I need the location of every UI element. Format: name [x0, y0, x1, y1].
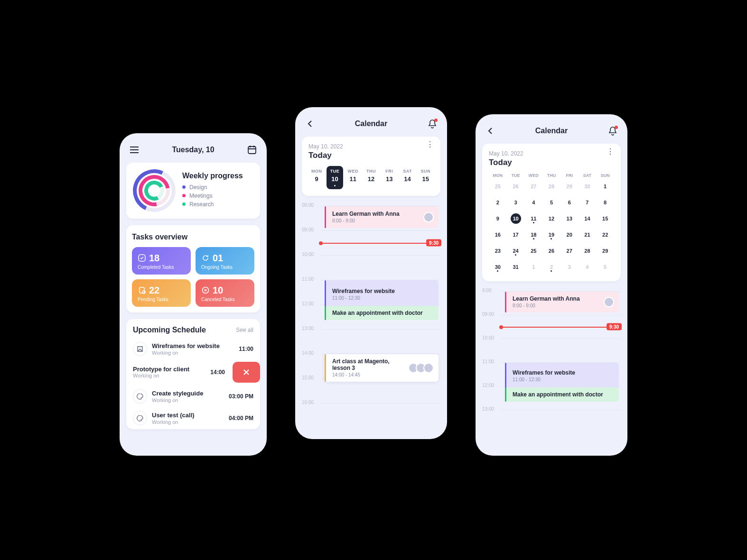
event-dot-icon: [533, 238, 534, 239]
avatar: [423, 212, 434, 222]
schedule-item[interactable]: Create styleguideWorking on03:00 PM: [133, 386, 253, 407]
month-day-cell[interactable]: 31: [507, 261, 525, 275]
bell-icon[interactable]: [426, 118, 439, 130]
month-day-number: 27: [531, 184, 536, 189]
schedule-item[interactable]: User test (call)Working on04:00 PM: [133, 407, 253, 429]
calendar-event[interactable]: Make an appointment with doctor: [505, 387, 619, 402]
month-day-cell[interactable]: 28: [579, 245, 597, 258]
month-day-cell[interactable]: 2: [542, 261, 560, 275]
month-day-cell[interactable]: 26: [542, 245, 560, 258]
calendar-event[interactable]: Wireframes for website11:00 - 12:30: [325, 280, 439, 309]
month-day-cell[interactable]: 24: [507, 245, 525, 258]
schedule-item[interactable]: Wireframes for websiteWorking on11:00: [133, 338, 253, 360]
week-dow: SUN: [421, 169, 431, 174]
month-day-cell[interactable]: 3: [507, 197, 525, 210]
weekly-progress-card[interactable]: Weekly progress DesignMeetingsResearch: [126, 163, 260, 219]
event-accent-bar: [505, 363, 506, 389]
week-day[interactable]: THU12: [363, 166, 379, 189]
month-day-number: 25: [531, 248, 536, 254]
month-day-cell[interactable]: 19: [542, 229, 560, 242]
legend-item: Meetings: [182, 193, 243, 199]
day-timeline[interactable]: 08:0009:0010:0011:0012:0013:0014:0015:00…: [302, 202, 440, 425]
month-day-cell[interactable]: 25: [489, 181, 507, 194]
month-day-cell[interactable]: 25: [524, 245, 542, 258]
tile-value: 22: [149, 285, 159, 296]
more-icon[interactable]: ⋮: [607, 150, 614, 153]
calendar-icon[interactable]: [246, 144, 258, 156]
month-day-cell[interactable]: 8: [596, 197, 614, 210]
week-day[interactable]: SAT14: [399, 166, 415, 189]
month-day-number: 17: [513, 232, 518, 238]
back-icon[interactable]: [304, 118, 316, 130]
calendar-event[interactable]: Make an appointment with doctor: [325, 306, 439, 320]
month-day-cell[interactable]: 14: [579, 213, 597, 226]
month-day-cell[interactable]: 4: [524, 197, 542, 210]
back-icon[interactable]: [484, 125, 496, 137]
month-day-cell[interactable]: 30: [579, 181, 597, 194]
event-accent-bar: [325, 354, 326, 382]
month-day-cell[interactable]: 29: [560, 181, 579, 194]
task-tile[interactable]: 18Completed Tasks: [132, 247, 191, 275]
month-day-cell[interactable]: 20: [560, 229, 579, 242]
month-day-cell[interactable]: 23: [489, 245, 507, 258]
week-day[interactable]: MON9: [308, 166, 325, 189]
calendar-event[interactable]: Art class at Magento, lesson 314:00 - 14…: [325, 354, 439, 382]
month-day-cell[interactable]: 28: [542, 181, 560, 194]
upcoming-title: Upcoming Schedule: [133, 326, 206, 334]
month-day-cell[interactable]: 1: [524, 261, 542, 275]
week-dow: THU: [366, 169, 376, 174]
calendar-event[interactable]: Wireframes for website11:00 - 12:30: [505, 363, 619, 389]
month-day-cell[interactable]: 29: [596, 245, 614, 258]
task-tile[interactable]: 10Canceled Tasks: [196, 279, 254, 307]
week-day[interactable]: FRI13: [381, 166, 397, 189]
task-tile[interactable]: 22Pending Tasks: [132, 279, 191, 307]
month-day-cell[interactable]: 17: [507, 229, 525, 242]
month-day-cell[interactable]: 5: [542, 197, 560, 210]
month-day-cell[interactable]: 6: [560, 197, 579, 210]
month-day-cell[interactable]: 15: [596, 213, 614, 226]
month-day-cell[interactable]: 5: [596, 261, 614, 275]
legend-item: Design: [182, 184, 243, 191]
task-tile[interactable]: 01Ongoing Tasks: [196, 247, 254, 275]
event-title: Make an appointment with doctor: [513, 391, 603, 398]
month-day-cell[interactable]: 3: [560, 261, 579, 275]
event-dot-icon: [551, 238, 552, 239]
event-dot-icon: [497, 270, 498, 272]
week-daynum: 15: [422, 175, 429, 183]
progress-rings-icon: [133, 169, 176, 212]
month-day-cell[interactable]: 2: [489, 197, 507, 210]
day-timeline[interactable]: 8:0009:0010:0011:0012:0013:009:30Learn G…: [482, 288, 621, 440]
week-day[interactable]: SUN15: [418, 166, 434, 189]
more-icon[interactable]: ⋮: [426, 143, 434, 146]
month-day-cell[interactable]: 11: [524, 213, 542, 226]
month-day-cell[interactable]: 21: [579, 229, 597, 242]
month-day-cell[interactable]: 7: [579, 197, 597, 210]
month-day-cell[interactable]: 10: [507, 213, 525, 226]
month-day-cell[interactable]: 27: [524, 181, 542, 194]
hour-label: 13:00: [482, 406, 501, 412]
month-day-cell[interactable]: 16: [489, 229, 507, 242]
week-day[interactable]: WED11: [345, 166, 361, 189]
month-day-cell[interactable]: 4: [579, 261, 597, 275]
schedule-item-swiped[interactable]: Prototype for clientWorking on14:00: [126, 362, 260, 383]
calendar-event[interactable]: Learn German with Anna8:00 - 9:00: [325, 206, 439, 228]
month-day-cell[interactable]: 1: [596, 181, 614, 194]
month-day-cell[interactable]: 18: [524, 229, 542, 242]
calendar-event[interactable]: Learn German with Anna8:00 - 9:00: [505, 292, 619, 312]
event-dot-icon: [551, 270, 552, 272]
month-day-cell[interactable]: 26: [507, 181, 525, 194]
hour-line: [321, 329, 440, 330]
month-day-cell[interactable]: 13: [560, 213, 579, 226]
week-day[interactable]: TUE10: [327, 166, 343, 189]
month-day-cell[interactable]: 9: [489, 213, 507, 226]
month-day-cell[interactable]: 30: [489, 261, 507, 275]
see-all-link[interactable]: See all: [236, 327, 253, 333]
event-avatars: [423, 212, 434, 222]
bell-icon[interactable]: [607, 125, 619, 137]
week-daynum: 10: [331, 175, 338, 183]
month-day-cell[interactable]: 12: [542, 213, 560, 226]
menu-icon[interactable]: [128, 144, 140, 156]
delete-button[interactable]: [233, 362, 260, 383]
month-day-cell[interactable]: 22: [596, 229, 614, 242]
month-day-cell[interactable]: 27: [560, 245, 579, 258]
